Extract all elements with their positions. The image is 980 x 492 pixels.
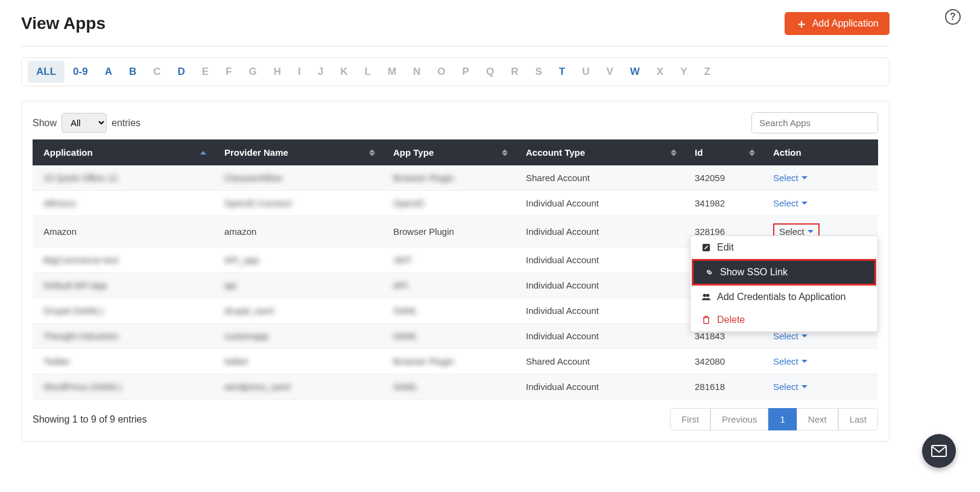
alpha-p[interactable]: P xyxy=(454,61,478,83)
dropdown-edit[interactable]: Edit xyxy=(691,236,877,259)
entries-select[interactable]: All xyxy=(62,113,107,133)
entries-label: entries xyxy=(112,118,141,129)
col-id[interactable]: Id xyxy=(684,139,762,165)
cell-account-type: Individual Account xyxy=(526,280,599,290)
cell-application: Thought Industries xyxy=(43,331,118,341)
caret-down-icon xyxy=(801,360,808,363)
alpha-l[interactable]: L xyxy=(356,61,379,83)
col-app-type[interactable]: App Type xyxy=(382,139,515,165)
show-entries-control: Show All entries xyxy=(33,113,141,133)
alpha-g[interactable]: G xyxy=(240,61,265,83)
add-application-button[interactable]: ＋ Add Application xyxy=(785,12,890,35)
sort-asc-icon xyxy=(200,151,206,155)
apps-table-card: Show All entries Application Pro xyxy=(21,101,890,442)
select-action[interactable]: Select xyxy=(773,356,808,366)
add-application-label: Add Application xyxy=(812,18,879,29)
alpha-a[interactable]: A xyxy=(96,61,121,83)
alpha-t[interactable]: T xyxy=(551,61,574,83)
cell-application: Drupal (SAML) xyxy=(43,305,103,316)
cell-provider: drupal_saml xyxy=(224,305,274,316)
alpha-y[interactable]: Y xyxy=(672,61,695,83)
cell-application: BigCommerce-test xyxy=(43,255,118,265)
cell-id: 342059 xyxy=(695,173,725,183)
cell-account-type: Individual Account xyxy=(526,305,599,316)
alpha-i[interactable]: I xyxy=(289,61,309,83)
col-action: Action xyxy=(762,139,878,165)
cell-id: 342080 xyxy=(695,356,725,366)
cell-app-type: SAML xyxy=(393,305,418,316)
cell-provider: API_app xyxy=(224,255,259,265)
col-account-type[interactable]: Account Type xyxy=(515,139,684,165)
caret-down-icon xyxy=(801,334,808,337)
select-action[interactable]: Select xyxy=(773,198,808,208)
edit-icon xyxy=(701,243,711,252)
select-action[interactable]: Select xyxy=(773,331,808,341)
table-row: TwittertwitterBrowser PluginShared Accou… xyxy=(33,349,878,374)
cell-provider: wordpress_saml xyxy=(224,382,290,392)
col-application[interactable]: Application xyxy=(33,139,213,165)
page-first[interactable]: First xyxy=(670,408,710,430)
cell-app-type: JWT xyxy=(393,255,412,265)
svg-point-2 xyxy=(706,294,709,297)
chat-fab[interactable] xyxy=(922,434,956,468)
alpha-u[interactable]: U xyxy=(574,61,598,83)
col-provider[interactable]: Provider Name xyxy=(213,139,382,165)
cell-app-type: Browser Plugin xyxy=(393,226,454,237)
cell-application: Default API App xyxy=(43,280,107,290)
cell-account-type: Shared Account xyxy=(526,356,590,366)
pagination: First Previous 1 Next Last xyxy=(670,408,878,430)
sort-icon xyxy=(671,149,677,156)
mail-icon xyxy=(931,445,947,457)
alpha-r[interactable]: R xyxy=(502,61,526,83)
page-last[interactable]: Last xyxy=(838,408,878,430)
cell-application: Alfresco xyxy=(43,198,76,208)
page-previous[interactable]: Previous xyxy=(710,408,768,430)
alpha-f[interactable]: F xyxy=(217,61,240,83)
cell-account-type: Individual Account xyxy=(526,255,599,265)
alpha-s[interactable]: S xyxy=(526,61,550,83)
select-action[interactable]: Select xyxy=(773,382,808,392)
search-input[interactable] xyxy=(751,112,878,133)
cell-provider: OpenID Connect xyxy=(224,198,292,208)
link-icon xyxy=(704,268,714,276)
table-row: 10 Quick Office 12ClassworkflowBrowser P… xyxy=(33,165,878,191)
page-next[interactable]: Next xyxy=(797,408,838,430)
cell-id: 341982 xyxy=(695,198,725,208)
sort-icon xyxy=(369,149,375,156)
caret-down-icon xyxy=(801,176,808,179)
dropdown-add-creds[interactable]: Add Credentials to Application xyxy=(691,286,877,308)
alpha-0-9[interactable]: 0-9 xyxy=(65,61,96,83)
alpha-b[interactable]: B xyxy=(121,61,145,83)
trash-icon xyxy=(701,316,711,324)
alpha-x[interactable]: X xyxy=(648,61,672,83)
caret-down-icon xyxy=(808,230,814,233)
page-1[interactable]: 1 xyxy=(768,408,796,430)
alpha-o[interactable]: O xyxy=(429,61,454,83)
alpha-k[interactable]: K xyxy=(332,61,356,83)
cell-provider: Classworkflow xyxy=(224,173,282,183)
dropdown-delete[interactable]: Delete xyxy=(691,308,877,331)
cell-id: 281618 xyxy=(695,382,725,392)
caret-down-icon xyxy=(801,202,808,205)
alpha-z[interactable]: Z xyxy=(696,61,719,83)
cell-account-type: Individual Account xyxy=(526,198,599,208)
cell-application: Amazon xyxy=(43,226,77,237)
alpha-w[interactable]: W xyxy=(622,61,648,83)
cell-app-type: API xyxy=(393,280,408,290)
alpha-all[interactable]: ALL xyxy=(28,61,65,83)
alpha-c[interactable]: C xyxy=(145,61,169,83)
alpha-q[interactable]: Q xyxy=(478,61,502,83)
select-action[interactable]: Select xyxy=(773,173,808,183)
alpha-v[interactable]: V xyxy=(598,61,621,83)
cell-app-type: Browser Plugin xyxy=(393,173,454,183)
alpha-h[interactable]: H xyxy=(265,61,289,83)
alpha-e[interactable]: E xyxy=(194,61,217,83)
help-icon[interactable]: ? xyxy=(945,9,961,25)
dropdown-show-sso[interactable]: Show SSO Link xyxy=(694,261,874,284)
alpha-d[interactable]: D xyxy=(169,61,193,83)
caret-down-icon xyxy=(801,385,808,388)
alpha-j[interactable]: J xyxy=(309,61,332,83)
alpha-n[interactable]: N xyxy=(405,61,429,83)
cell-app-type: SAML xyxy=(393,382,418,392)
alpha-m[interactable]: M xyxy=(379,61,405,83)
